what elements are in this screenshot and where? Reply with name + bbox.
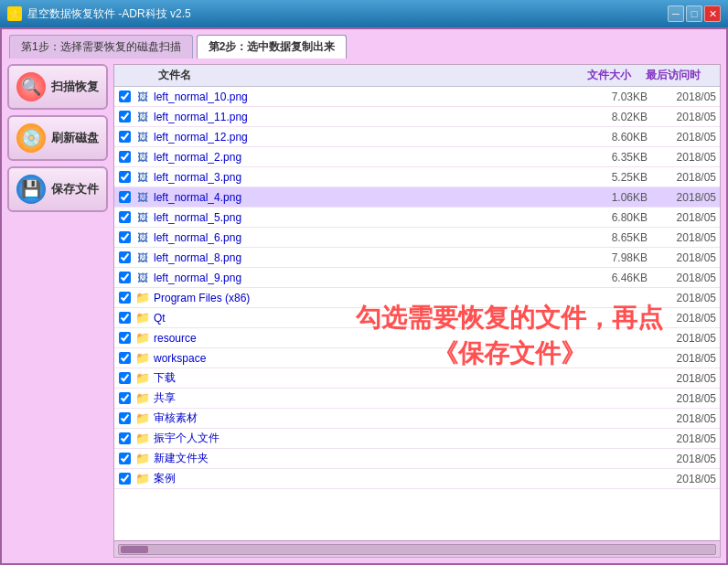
row-date: 2018/05 xyxy=(651,191,720,204)
row-checkbox[interactable] xyxy=(114,372,134,384)
row-size: 8.65KB xyxy=(583,231,651,244)
table-row[interactable]: 🖼 left_normal_5.png 6.80KB 2018/05 xyxy=(114,208,720,228)
row-checkbox[interactable] xyxy=(114,231,134,243)
table-row[interactable]: 🖼 left_normal_11.png 8.02KB 2018/05 xyxy=(114,107,720,127)
row-checkbox[interactable] xyxy=(114,91,134,102)
row-date: 2018/05 xyxy=(651,91,720,103)
title-bar: ⭐ 星空数据恢复软件 -ADR科技 v2.5 ─ □ ✕ xyxy=(0,0,728,27)
row-date: 2018/05 xyxy=(651,372,720,385)
row-filename: left_normal_9.png xyxy=(151,272,583,284)
save-button[interactable]: 💾 保存文件 xyxy=(7,166,108,212)
row-checkbox[interactable] xyxy=(114,352,134,364)
table-row[interactable]: 🖼 left_normal_3.png 5.25KB 2018/05 xyxy=(114,167,720,187)
table-row[interactable]: 📁 案例 2018/05 xyxy=(114,469,720,489)
table-header: 文件名 文件大小 最后访问时 xyxy=(114,65,720,87)
row-size: 1.06KB xyxy=(583,191,651,204)
table-row[interactable]: 📁 Program Files (x86) 2018/05 xyxy=(114,288,720,308)
tab-bar: 第1步：选择需要恢复的磁盘扫描 第2步：选中数据复制出来 xyxy=(2,29,726,59)
row-file-icon: 📁 xyxy=(134,291,151,304)
row-date: 2018/05 xyxy=(651,453,720,465)
row-checkbox[interactable] xyxy=(114,392,134,404)
col-header-size: 文件大小 xyxy=(558,68,631,83)
row-checkbox[interactable] xyxy=(114,432,134,444)
row-file-icon: 🖼 xyxy=(134,272,151,284)
tab-step1[interactable]: 第1步：选择需要恢复的磁盘扫描 xyxy=(9,35,193,59)
row-checkbox[interactable] xyxy=(114,131,134,143)
file-panel: 文件名 文件大小 最后访问时 🖼 left_normal_10.png 7.03… xyxy=(113,64,721,558)
row-date: 2018/05 xyxy=(651,231,720,244)
scan-button[interactable]: 🔍 扫描恢复 xyxy=(7,64,108,110)
row-checkbox[interactable] xyxy=(114,473,134,485)
table-row[interactable]: 🖼 left_normal_2.png 6.35KB 2018/05 xyxy=(114,147,720,167)
table-row[interactable]: 📁 resource 2018/05 xyxy=(114,328,720,348)
scan-icon: 🔍 xyxy=(16,72,46,101)
table-row[interactable]: 🖼 left_normal_10.png 7.03KB 2018/05 xyxy=(114,87,720,107)
row-date: 2018/05 xyxy=(651,151,720,164)
bottom-scrollbar[interactable] xyxy=(114,540,720,557)
row-size: 5.25KB xyxy=(583,171,651,184)
row-filename: resource xyxy=(151,332,583,345)
file-table: 文件名 文件大小 最后访问时 🖼 left_normal_10.png 7.03… xyxy=(114,65,720,540)
refresh-button[interactable]: 💿 刷新磁盘 xyxy=(7,115,108,161)
maximize-button[interactable]: □ xyxy=(686,5,702,22)
minimize-button[interactable]: ─ xyxy=(668,5,684,22)
row-checkbox[interactable] xyxy=(114,453,134,464)
row-file-icon: 🖼 xyxy=(134,111,151,123)
table-row[interactable]: 📁 下载 2018/05 xyxy=(114,368,720,389)
row-date: 2018/05 xyxy=(651,251,720,264)
row-file-icon: 🖼 xyxy=(134,191,151,204)
row-filename: left_normal_4.png xyxy=(151,191,583,204)
table-row[interactable]: 📁 Qt 2018/05 xyxy=(114,308,720,328)
row-checkbox[interactable] xyxy=(114,171,134,183)
close-button[interactable]: ✕ xyxy=(704,5,721,22)
row-date: 2018/05 xyxy=(651,392,720,405)
row-checkbox[interactable] xyxy=(114,312,134,324)
refresh-label: 刷新磁盘 xyxy=(51,130,99,146)
col-header-date: 最后访问时 xyxy=(631,68,704,83)
hscroll-thumb[interactable] xyxy=(121,546,148,553)
row-file-icon: 📁 xyxy=(134,371,151,385)
table-row[interactable]: 📁 共享 2018/05 xyxy=(114,389,720,409)
horizontal-scrollbar[interactable] xyxy=(118,544,716,555)
row-checkbox[interactable] xyxy=(114,211,134,223)
table-row[interactable]: 📁 审核素材 2018/05 xyxy=(114,409,720,429)
row-checkbox[interactable] xyxy=(114,191,134,203)
row-filename: 共享 xyxy=(151,390,583,406)
row-file-icon: 🖼 xyxy=(134,231,151,244)
row-filename: Program Files (x86) xyxy=(151,292,583,304)
row-filename: 案例 xyxy=(151,471,583,486)
table-row[interactable]: 🖼 left_normal_8.png 7.98KB 2018/05 xyxy=(114,248,720,268)
row-checkbox[interactable] xyxy=(114,272,134,283)
row-checkbox[interactable] xyxy=(114,251,134,263)
row-date: 2018/05 xyxy=(651,131,720,144)
table-row[interactable]: 🖼 left_normal_9.png 6.46KB 2018/05 xyxy=(114,268,720,288)
row-file-icon: 📁 xyxy=(134,472,151,485)
row-date: 2018/05 xyxy=(651,412,720,425)
row-file-icon: 🖼 xyxy=(134,131,151,144)
row-checkbox[interactable] xyxy=(114,412,134,424)
row-checkbox[interactable] xyxy=(114,151,134,163)
row-size: 7.98KB xyxy=(583,251,651,264)
table-row[interactable]: 📁 workspace 2018/05 xyxy=(114,348,720,368)
row-date: 2018/05 xyxy=(651,473,720,485)
tab-step2[interactable]: 第2步：选中数据复制出来 xyxy=(197,35,348,59)
table-row[interactable]: 🖼 left_normal_6.png 8.65KB 2018/05 xyxy=(114,228,720,248)
table-row[interactable]: 🖼 left_normal_12.png 8.60KB 2018/05 xyxy=(114,127,720,147)
table-body[interactable]: 🖼 left_normal_10.png 7.03KB 2018/05 🖼 le… xyxy=(114,87,720,540)
row-checkbox[interactable] xyxy=(114,292,134,304)
row-date: 2018/05 xyxy=(651,352,720,365)
table-row[interactable]: 📁 新建文件夹 2018/05 xyxy=(114,449,720,469)
row-file-icon: 📁 xyxy=(134,391,151,405)
row-filename: left_normal_3.png xyxy=(151,171,583,184)
row-date: 2018/05 xyxy=(651,272,720,284)
row-checkbox[interactable] xyxy=(114,111,134,123)
scan-label: 扫描恢复 xyxy=(51,79,99,95)
table-row[interactable]: 📁 振宇个人文件 2018/05 xyxy=(114,429,720,449)
content-area: 🔍 扫描恢复 💿 刷新磁盘 💾 保存文件 文件名 文件大小 最后访问时 xyxy=(2,59,726,563)
window-title: 星空数据恢复软件 -ADR科技 v2.5 xyxy=(27,6,191,22)
refresh-icon: 💿 xyxy=(16,123,46,153)
row-file-icon: 📁 xyxy=(134,311,151,325)
row-file-icon: 🖼 xyxy=(134,211,151,224)
row-checkbox[interactable] xyxy=(114,332,134,344)
table-row[interactable]: 🖼 left_normal_4.png 1.06KB 2018/05 xyxy=(114,187,720,208)
